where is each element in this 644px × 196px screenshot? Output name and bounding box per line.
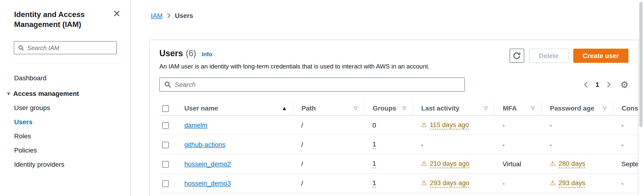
user-count: (6) xyxy=(186,49,196,59)
sidebar-nav: Dashboard ▼ Access management User group… xyxy=(0,71,130,171)
console-sign-in-value: - xyxy=(621,140,624,148)
mfa-value: - xyxy=(502,179,505,187)
warning-icon: ⚠ xyxy=(421,179,427,186)
last-activity-warning: ⚠210 days ago xyxy=(421,159,469,167)
column-label: User name xyxy=(184,104,218,112)
sidebar-item-user-groups[interactable]: User groups xyxy=(0,101,130,115)
console-sign-in-value: September xyxy=(621,160,638,167)
groups-count[interactable]: 1 xyxy=(372,140,376,148)
column-header-mfa[interactable]: MFA ▽ xyxy=(494,101,541,115)
groups-count[interactable]: 1 xyxy=(372,179,376,187)
warning-icon: ⚠ xyxy=(421,121,427,128)
page-description: An IAM user is an identity with long-ter… xyxy=(159,63,430,70)
row-checkbox[interactable] xyxy=(162,122,169,129)
mfa-value: - xyxy=(502,121,505,129)
filter-icon[interactable]: ▽ xyxy=(484,106,488,111)
chevron-right-icon xyxy=(607,81,611,88)
column-header-user-name[interactable]: User name ▲ xyxy=(176,101,293,115)
chevron-down-icon: ▼ xyxy=(7,91,10,96)
refresh-icon xyxy=(513,52,521,60)
settings-gear-icon[interactable]: ⚙ xyxy=(620,80,628,89)
next-page-button[interactable] xyxy=(607,81,611,88)
sidebar-item-dashboard[interactable]: Dashboard xyxy=(0,71,130,85)
chevron-right-icon xyxy=(167,13,171,19)
sidebar-item-roles[interactable]: Roles xyxy=(0,129,130,143)
last-activity-warning: ⚠293 days ago xyxy=(421,179,469,186)
password-age-value: - xyxy=(550,121,552,129)
scrollbar-thumb[interactable] xyxy=(639,2,642,127)
column-header-groups[interactable]: Groups ▽ xyxy=(364,101,412,115)
create-user-button[interactable]: Create user xyxy=(573,49,628,63)
last-activity-value[interactable]: 115 days ago xyxy=(430,121,469,129)
password-age-value: - xyxy=(550,140,552,148)
sidebar-header: Identity and Access Management (IAM) × xyxy=(0,0,130,29)
last-activity-value[interactable]: 210 days ago xyxy=(430,159,469,168)
search-icon xyxy=(18,45,24,51)
password-age-value[interactable]: 280 days xyxy=(558,159,585,168)
row-checkbox[interactable] xyxy=(162,161,169,167)
select-all-cell xyxy=(159,101,176,115)
sidebar-section-access-management[interactable]: ▼ Access management xyxy=(0,85,130,101)
filter-icon[interactable]: ▽ xyxy=(603,106,606,111)
groups-count[interactable]: 1 xyxy=(372,159,376,168)
user-link[interactable]: hossein_demo2 xyxy=(184,160,231,167)
sidebar-search-input[interactable] xyxy=(27,44,112,51)
sidebar-search[interactable] xyxy=(14,41,117,54)
user-link[interactable]: github-actions xyxy=(184,140,225,148)
console-sign-in-value: - xyxy=(621,179,624,187)
breadcrumb-iam-link[interactable]: IAM xyxy=(151,12,163,19)
sidebar-item-policies[interactable]: Policies xyxy=(0,143,130,157)
filter-icon[interactable]: ▽ xyxy=(402,106,406,111)
refresh-button[interactable] xyxy=(510,49,524,63)
users-table: User name ▲ Path ▽ Groups ▽ Last activit… xyxy=(159,101,638,193)
sidebar: Identity and Access Management (IAM) × D… xyxy=(0,0,130,196)
pagination: 1 xyxy=(584,81,611,88)
password-age-warning: ⚠280 days xyxy=(550,159,585,167)
sidebar-section-label: Access management xyxy=(13,90,79,97)
panel-header-left: Users (6) Info An IAM user is an identit… xyxy=(159,49,430,70)
column-label: Path xyxy=(302,104,316,112)
select-all-checkbox[interactable] xyxy=(162,105,169,112)
table-row: github-actions / 1 - - - - xyxy=(159,135,638,154)
users-search-input[interactable] xyxy=(175,81,460,88)
sidebar-item-identity-providers[interactable]: Identity providers xyxy=(0,157,130,171)
table-header-row: User name ▲ Path ▽ Groups ▽ Last activit… xyxy=(159,101,638,115)
users-panel: Users (6) Info An IAM user is an identit… xyxy=(150,40,638,196)
table-toolbar: 1 ⚙ xyxy=(159,77,628,92)
warning-icon: ⚠ xyxy=(550,159,556,167)
filter-icon[interactable]: ▽ xyxy=(354,106,358,111)
sidebar-item-users[interactable]: Users xyxy=(0,115,130,129)
column-label: Console last sign-in xyxy=(622,104,638,112)
panel-header: Users (6) Info An IAM user is an identit… xyxy=(159,49,628,70)
path-value: / xyxy=(301,121,303,129)
iam-console: Identity and Access Management (IAM) × D… xyxy=(0,0,644,196)
table-row: danielm / 0 ⚠115 days ago - - - xyxy=(159,115,638,135)
panel-actions: Delete Create user xyxy=(510,49,628,63)
last-activity-value[interactable]: 293 days ago xyxy=(430,179,469,187)
divider xyxy=(14,63,122,63)
user-link[interactable]: hossein_demo3 xyxy=(184,179,231,187)
filter-icon[interactable]: ▽ xyxy=(531,106,535,111)
table-row: hossein_demo3 / 1 ⚠293 days ago - ⚠293 d… xyxy=(159,173,638,193)
column-header-last-activity[interactable]: Last activity ▽ xyxy=(412,101,494,115)
previous-page-button[interactable] xyxy=(584,81,588,88)
close-icon[interactable]: × xyxy=(113,9,121,18)
sort-ascending-icon[interactable]: ▲ xyxy=(283,106,286,110)
delete-button[interactable]: Delete xyxy=(529,49,568,63)
column-header-console-last-sign-in[interactable]: Console last sign-in xyxy=(613,101,638,115)
user-link[interactable]: danielm xyxy=(184,121,208,129)
column-header-password-age[interactable]: Password age ▽ xyxy=(541,101,613,115)
row-checkbox[interactable] xyxy=(162,141,169,148)
password-age-value[interactable]: 293 days xyxy=(558,179,585,187)
column-header-path[interactable]: Path ▽ xyxy=(293,101,364,115)
breadcrumb-current: Users xyxy=(175,12,193,19)
row-checkbox[interactable] xyxy=(162,180,169,187)
users-search[interactable] xyxy=(159,77,465,92)
groups-count: 0 xyxy=(372,121,376,129)
last-activity-value: - xyxy=(421,140,423,148)
info-link[interactable]: Info xyxy=(202,51,212,58)
last-activity-warning: ⚠115 days ago xyxy=(421,121,469,128)
mfa-value: Virtual xyxy=(502,160,521,167)
current-page-number[interactable]: 1 xyxy=(594,81,601,88)
scrollbar xyxy=(639,0,643,196)
